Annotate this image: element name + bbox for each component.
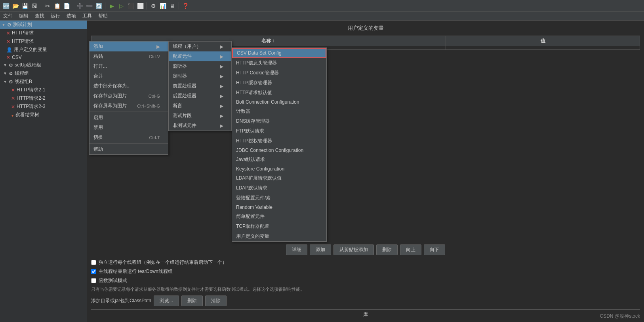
remote-icon[interactable]: 🖥: [168, 2, 177, 10]
menu-search[interactable]: 查找: [32, 12, 48, 20]
checkbox2[interactable]: [91, 269, 96, 274]
delete2-button[interactable]: 删除: [181, 295, 203, 306]
menu-item-save-sel[interactable]: 选中部分保存为...: [90, 81, 168, 91]
config-http-auth[interactable]: HTTP授权管理器: [232, 136, 326, 146]
config-uservar-label: 用户定义的变量: [236, 233, 269, 240]
menu-help[interactable]: 帮助: [95, 12, 111, 20]
copy-icon[interactable]: 📋: [53, 2, 61, 10]
tree-item-setup[interactable]: ▼ ⚙ setUp线程组: [0, 61, 87, 69]
run2-icon[interactable]: ▷: [117, 2, 126, 10]
new-icon[interactable]: 🆕: [2, 2, 10, 10]
config-java[interactable]: Java默认请求: [232, 155, 326, 165]
menu-edit[interactable]: 编辑: [16, 12, 32, 20]
menu-item-paste[interactable]: 粘贴 Ctrl-V: [90, 51, 168, 61]
cut-icon[interactable]: ✂: [43, 2, 52, 10]
menu-item-save-screen[interactable]: 保存屏幕为图片 Ctrl+Shift-G: [90, 101, 168, 111]
stop2-icon[interactable]: ⬜: [136, 2, 145, 10]
config-ftp[interactable]: FTP默认请求: [232, 126, 326, 136]
sub-menu-assert[interactable]: 断言 ▶: [169, 101, 231, 111]
stop-icon[interactable]: ⬛: [126, 2, 135, 10]
config-tcp[interactable]: TCP取样器配置: [232, 222, 326, 231]
menu-tools[interactable]: 工具: [79, 12, 95, 20]
tree-item-http2[interactable]: ✕ HTTP请求: [0, 37, 87, 45]
menu-item-toggle[interactable]: 切换 Ctrl-T: [90, 133, 168, 142]
delete-button[interactable]: 删除: [376, 244, 398, 255]
menu-item-merge[interactable]: 合并: [90, 71, 168, 81]
open-icon[interactable]: 📂: [11, 2, 20, 10]
clear-button[interactable]: 清除: [205, 295, 227, 306]
config-http-default[interactable]: HTTP请求默认值: [232, 88, 326, 98]
sub-menu-listener[interactable]: 监听器 ▶: [169, 61, 231, 71]
sub-menu-thread[interactable]: 线程（用户） ▶: [169, 42, 231, 51]
tree-item-http23[interactable]: ✕ HTTP请求2-3: [0, 102, 87, 111]
menu-item-add[interactable]: 添加 ▶: [90, 42, 168, 51]
add-button[interactable]: 添加: [310, 244, 331, 255]
checkbox3[interactable]: [91, 278, 96, 283]
menu-item-disable[interactable]: 禁用: [90, 123, 168, 133]
sub-menu-fragment[interactable]: 测试片段 ▶: [169, 111, 231, 121]
browse-button[interactable]: 浏览...: [154, 295, 179, 306]
clear-icon[interactable]: 🔄: [94, 2, 103, 10]
help-icon[interactable]: ❓: [181, 2, 190, 10]
config-keystore[interactable]: Keystore Configuration: [232, 165, 326, 173]
sub-menu-config-label: 配置元件: [173, 53, 192, 60]
tree-item-uservar[interactable]: 👤 用户定义的变量: [0, 45, 87, 54]
tree-item-resulttree[interactable]: ⬥ 察看结果树: [0, 111, 87, 119]
sub-menu-timer[interactable]: 定时器 ▶: [169, 71, 231, 81]
config-ldap-ext[interactable]: LDAP扩展请求默认值: [232, 173, 326, 183]
sub-menu-pre[interactable]: 前置处理器 ▶: [169, 81, 231, 91]
sub-menu-config[interactable]: 配置元件 ▶: [169, 51, 231, 61]
settings-icon[interactable]: ⚙: [149, 2, 158, 10]
checkbox3-label: 函数测试模式: [99, 277, 127, 284]
menu-run[interactable]: 运行: [48, 12, 63, 20]
menu-item-open[interactable]: 打开...: [90, 61, 168, 71]
menu-file[interactable]: 文件: [0, 12, 16, 20]
tree-item-thread1[interactable]: ▼ ⚙ 线程组: [0, 69, 87, 78]
context-menu-level1[interactable]: 添加 ▶ 粘贴 Ctrl-V 打开... 合并 选中部分保存为... 保存节点为: [89, 41, 168, 155]
config-simple[interactable]: 简单配置元件: [232, 212, 326, 222]
config-dns[interactable]: DNS缓存管理器: [232, 116, 326, 126]
tree-item-http1[interactable]: ✕ HTTP请求: [0, 29, 87, 37]
context-menu-level3[interactable]: CSV Data Set Config HTTP信息头管理器 HTTP Cook…: [232, 47, 327, 242]
tree-item-http21[interactable]: ✕ HTTP请求2-1: [0, 86, 87, 94]
up-button[interactable]: 向上: [400, 244, 421, 255]
save-icon[interactable]: 💾: [21, 2, 29, 10]
menu-item-save-node[interactable]: 保存节点为图片 Ctrl-G: [90, 91, 168, 101]
sub-menu-nonetest[interactable]: 非测试元件 ▶: [169, 121, 231, 131]
context-menu-level2[interactable]: 线程（用户） ▶ 配置元件 ▶ 监听器 ▶ 定时器 ▶ 前置处理器 ▶: [168, 41, 232, 131]
library-label: 库: [91, 309, 640, 318]
menu-options[interactable]: 选项: [63, 12, 79, 20]
config-random[interactable]: Random Variable: [232, 203, 326, 212]
config-http-header[interactable]: HTTP信息头管理器: [232, 58, 326, 68]
menu-item-enable[interactable]: 启用: [90, 113, 168, 123]
checkbox1[interactable]: [91, 260, 96, 265]
tree-item-plan[interactable]: ▼ ⚙ 测试计划: [0, 21, 87, 29]
config-uservar[interactable]: 用户定义的变量: [232, 231, 326, 241]
config-ldap[interactable]: LDAP默认请求: [232, 183, 326, 193]
down-button[interactable]: 向下: [424, 244, 445, 255]
paste-icon[interactable]: 📄: [62, 2, 71, 10]
detail-button[interactable]: 详细: [286, 244, 307, 255]
right-panel: 用户定义的变量 名称： 值 详细: [87, 21, 644, 322]
remove-icon[interactable]: ➖: [85, 2, 93, 10]
config-http-cache[interactable]: HTTP缓存管理器: [232, 78, 326, 88]
config-login[interactable]: 登陆配置元件/素: [232, 193, 326, 203]
resulttree-icon: ⬥: [11, 112, 14, 118]
menu-item-help[interactable]: 帮助: [90, 144, 168, 154]
tree-label-resulttree: 察看结果树: [15, 112, 39, 118]
paste-add-button[interactable]: 从剪贴板添加: [333, 244, 374, 255]
tree-item-threadB[interactable]: ▼ ⚙ 线程组B: [0, 78, 87, 86]
run-icon[interactable]: ▶: [107, 2, 116, 10]
sub-menu-timer-arrow: ▶: [220, 74, 223, 79]
config-csv[interactable]: CSV Data Set Config: [232, 48, 326, 58]
config-jdbc[interactable]: JDBC Connection Configuration: [232, 146, 326, 155]
tree-item-http22[interactable]: ✕ HTTP请求2-2: [0, 94, 87, 102]
config-http-cookie[interactable]: HTTP Cookie管理器: [232, 68, 326, 78]
tree-item-csv[interactable]: ✕ CSV: [0, 54, 87, 61]
sub-menu-post[interactable]: 后置处理器 ▶: [169, 91, 231, 101]
add-icon[interactable]: ➕: [75, 2, 84, 10]
save2-icon[interactable]: 🖫: [30, 2, 39, 10]
config-counter[interactable]: 计数器: [232, 106, 326, 116]
report-icon[interactable]: 📊: [158, 2, 167, 10]
config-bolt[interactable]: Bolt Connection Configuration: [232, 98, 326, 106]
